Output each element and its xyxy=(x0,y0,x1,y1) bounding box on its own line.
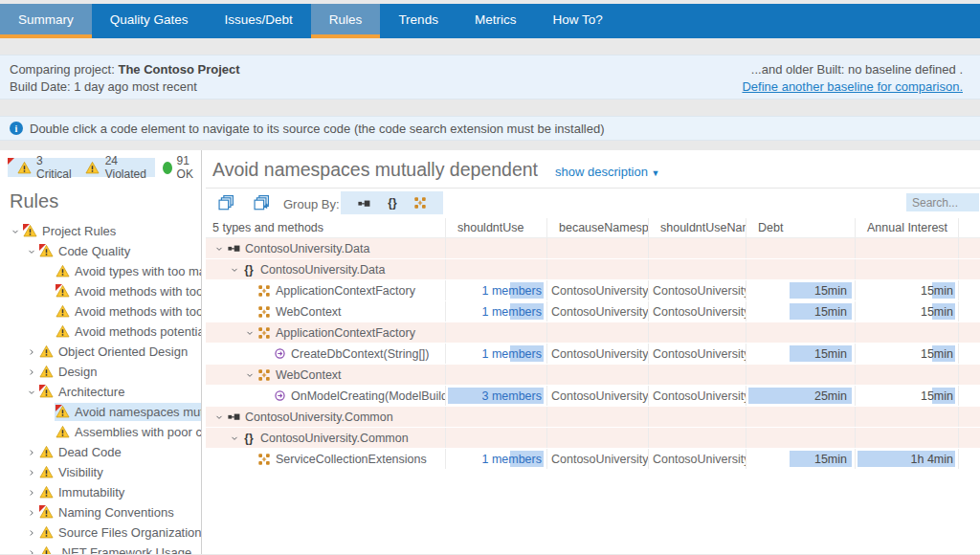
group-by-assembly-button[interactable] xyxy=(357,197,371,210)
warning-icon xyxy=(38,445,54,459)
chevron-right-icon[interactable] xyxy=(24,508,38,518)
chevron-right-icon[interactable] xyxy=(24,448,38,457)
column-header-shouldntusename[interactable]: shouldntUseNam... xyxy=(649,218,746,237)
critical-badge[interactable]: 3 Critical xyxy=(16,154,72,181)
group-by-namespace-button[interactable]: {} xyxy=(388,196,396,210)
chevron-right-icon[interactable] xyxy=(24,488,38,498)
tab-rules[interactable]: Rules xyxy=(311,4,381,38)
rules-tree-item[interactable]: Project Rules xyxy=(0,221,201,241)
table-row[interactable]: CreateDbContext(String[])1 membersContos… xyxy=(206,344,980,365)
code-element-label: ContosoUniversity.Data xyxy=(260,263,385,277)
chevron-down-icon[interactable] xyxy=(24,247,38,256)
table-row[interactable]: WebContext xyxy=(206,365,980,386)
table-row[interactable]: ContosoUniversity.Common xyxy=(206,407,980,428)
rules-tree-item[interactable]: Dead Code xyxy=(0,442,201,462)
chevron-down-icon[interactable] xyxy=(242,370,256,380)
chevron-down-icon[interactable] xyxy=(212,244,226,254)
tab-trends[interactable]: Trends xyxy=(380,4,457,38)
chevron-right-icon[interactable] xyxy=(24,528,38,538)
rules-tree-item[interactable]: .NET Framework Usage xyxy=(0,543,201,554)
table-row[interactable]: {}ContosoUniversity.Common xyxy=(206,428,980,449)
chevron-down-icon[interactable] xyxy=(227,433,241,443)
table-row[interactable]: ApplicationContextFactory xyxy=(206,322,980,344)
chevron-right-icon[interactable] xyxy=(24,468,38,477)
rules-tree-item[interactable]: Visibility xyxy=(0,462,201,482)
rules-tree-item[interactable]: Avoid methods with too m xyxy=(0,281,201,301)
build-date-line: Build Date: 1 day ago most recent xyxy=(10,78,240,96)
table-row[interactable]: WebContext1 membersContosoUniversity.Dat… xyxy=(206,301,980,322)
rules-tree-item[interactable]: Design xyxy=(0,362,201,382)
rules-tree-item[interactable]: Avoid methods with too m xyxy=(0,301,201,322)
because-namespace-cell xyxy=(547,238,649,258)
tab-how-to[interactable]: How To? xyxy=(534,4,620,38)
chevron-down-icon[interactable] xyxy=(8,227,22,236)
show-description-toggle[interactable]: show description ▼ xyxy=(555,165,659,179)
rules-tree-item[interactable]: Assemblies with poor cohe xyxy=(0,422,201,442)
code-element-label: ContosoUniversity.Data xyxy=(245,242,369,255)
tab-issues-debt[interactable]: Issues/Debt xyxy=(207,4,311,38)
tab-summary[interactable]: Summary xyxy=(0,4,92,38)
column-header-types[interactable]: 5 types and methods xyxy=(206,218,446,237)
define-baseline-link[interactable]: Define another baseline for comparison. xyxy=(742,79,963,94)
chevron-down-icon[interactable] xyxy=(242,328,256,338)
table-row[interactable]: OnModelCreating(ModelBuilder)3 membersCo… xyxy=(206,386,980,407)
table-row[interactable]: ServiceCollectionExtensions1 membersCont… xyxy=(206,449,980,470)
collapse-all-button[interactable] xyxy=(218,194,234,214)
rules-tree-item[interactable]: Immutability xyxy=(0,482,201,502)
column-header-interest[interactable]: Annual Interest xyxy=(856,218,959,237)
class-icon xyxy=(256,368,272,382)
interest-cell: 15min xyxy=(856,301,959,322)
rules-tree-item[interactable]: Avoid namespaces mutuall xyxy=(0,402,201,422)
rule-detail-panel: Avoid namespaces mutually dependent show… xyxy=(206,150,980,554)
violated-badge[interactable]: 24 Violated xyxy=(85,154,146,181)
rules-tree-item[interactable]: Naming Conventions xyxy=(0,502,201,522)
rules-tree-item[interactable]: Avoid types with too many xyxy=(0,261,201,281)
rules-tree-item[interactable]: Source Files Organization xyxy=(0,522,201,543)
shouldntuse-cell: 1 members xyxy=(446,280,547,300)
because-namespace-cell: ContosoUniversity.Common xyxy=(547,449,649,469)
interest-cell: 15min xyxy=(856,344,959,364)
column-header-because[interactable]: becauseNamespa... xyxy=(547,218,649,237)
search-input[interactable] xyxy=(906,193,979,211)
debt-cell xyxy=(746,407,856,427)
group-by-type-button[interactable] xyxy=(413,196,427,210)
rules-tree-item[interactable]: Architecture xyxy=(0,382,201,402)
shouldntuse-cell xyxy=(446,322,547,343)
tab-quality-gates[interactable]: Quality Gates xyxy=(92,4,207,38)
ok-badge[interactable]: 91 OK xyxy=(163,154,201,181)
code-element-label: ApplicationContextFactory xyxy=(276,326,415,340)
expand-all-button[interactable] xyxy=(254,194,270,214)
shouldntuse-name-cell xyxy=(649,259,746,279)
rules-tree-item[interactable]: Avoid methods potentially xyxy=(0,322,201,342)
code-element-label: CreateDbContext(String[]) xyxy=(291,347,430,361)
critical-warning-icon xyxy=(38,505,54,520)
chevron-down-icon[interactable] xyxy=(227,265,241,275)
comparing-project-line: Comparing project: The Contoso Project xyxy=(10,61,240,78)
table-row[interactable]: ContosoUniversity.Data xyxy=(206,238,980,259)
chevron-down-icon[interactable] xyxy=(24,388,38,397)
rules-tree-item[interactable]: Code Quality xyxy=(0,241,201,261)
column-header-debt[interactable]: Debt xyxy=(746,218,856,237)
chevron-right-icon[interactable] xyxy=(24,347,38,357)
critical-warning-icon xyxy=(16,161,32,175)
tab-metrics[interactable]: Metrics xyxy=(457,4,535,38)
shouldntuse-cell xyxy=(446,365,547,385)
table-row[interactable]: ApplicationContextFactory1 membersContos… xyxy=(206,280,980,301)
rules-tree-item[interactable]: Object Oriented Design xyxy=(0,342,201,362)
rule-label: Avoid methods with too m xyxy=(75,304,201,319)
top-nav: SummaryQuality GatesIssues/DebtRulesTren… xyxy=(0,4,980,38)
rules-tree: Project Rules Code Quality Avoid types w… xyxy=(0,221,201,554)
shouldntuse-cell: 1 members xyxy=(446,301,547,322)
namespace-icon: {} xyxy=(241,263,256,277)
chevron-right-icon[interactable] xyxy=(24,367,38,377)
debt-cell: 15min xyxy=(746,301,856,322)
shouldntuse-name-cell: ContosoUniversity.Data xyxy=(649,386,746,406)
rule-label: Architecture xyxy=(58,385,124,399)
code-element-label: ContosoUniversity.Common xyxy=(260,432,409,445)
table-row[interactable]: {}ContosoUniversity.Data xyxy=(206,259,980,280)
column-header-shouldntuse[interactable]: shouldntUse xyxy=(446,218,547,237)
chevron-down-icon[interactable] xyxy=(212,412,226,422)
code-element-label: WebContext xyxy=(276,305,342,319)
chevron-right-icon[interactable] xyxy=(24,548,38,555)
debt-cell: 15min xyxy=(746,344,856,364)
